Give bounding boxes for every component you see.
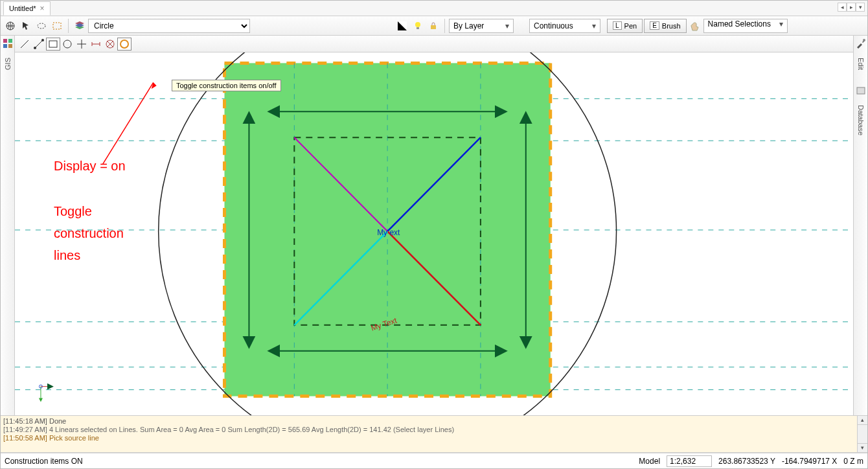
- log-line: [11:50:58 AM] Pick source line: [3, 434, 865, 442]
- svg-rect-8: [3, 44, 7, 48]
- svg-rect-2: [53, 23, 61, 29]
- annotation-text: Display = on: [54, 159, 126, 174]
- svg-rect-51: [857, 87, 865, 94]
- svg-rect-7: [8, 39, 12, 43]
- log-line: [11:45:18 AM] Done: [3, 417, 865, 426]
- tab-nav: ◂ ▸ ▾: [838, 3, 865, 12]
- command-log: [11:45:18 AM] Done [11:49:27 AM] 4 Linea…: [1, 415, 867, 453]
- svg-point-3: [415, 22, 420, 27]
- named-selections-select[interactable]: Named Selections: [703, 19, 788, 33]
- annotation-text: lines: [54, 248, 80, 263]
- svg-rect-5: [431, 25, 436, 29]
- linestyle-select[interactable]: Continuous: [529, 19, 600, 33]
- document-tab[interactable]: Untitled* ×: [3, 1, 51, 16]
- app-window: Untitled* × ◂ ▸ ▾ Circle By Layer Contin…: [0, 0, 868, 469]
- line-node-icon[interactable]: [32, 38, 46, 51]
- color-swatch-1[interactable]: [395, 19, 409, 33]
- close-icon[interactable]: ×: [40, 4, 45, 13]
- tab-next-button[interactable]: ▸: [847, 3, 856, 12]
- center-column: My ext My Text Toggle construction items…: [15, 36, 853, 415]
- log-line: [11:49:27 AM] 4 Linears selected on Line…: [3, 426, 865, 434]
- tab-title: Untitled*: [9, 5, 36, 12]
- gis-label[interactable]: GIS: [4, 58, 12, 70]
- dashed-ellipse-icon[interactable]: [34, 19, 49, 33]
- drawing-canvas[interactable]: My ext My Text Toggle construction items…: [15, 52, 853, 415]
- svg-point-13: [41, 39, 44, 41]
- tab-prev-button[interactable]: ◂: [838, 3, 847, 12]
- coord-z: 0 Z m: [843, 457, 863, 466]
- annotation-text: Toggle: [54, 204, 92, 219]
- brush-button[interactable]: EBrush: [644, 19, 686, 33]
- rectangle-tool-icon[interactable]: [46, 38, 60, 51]
- left-sidebar: GIS: [1, 36, 15, 415]
- separator: [444, 19, 445, 33]
- model-label: Model: [639, 457, 660, 466]
- entity-type-select[interactable]: Circle: [88, 19, 250, 33]
- database-panel-tab[interactable]: Database: [857, 105, 865, 135]
- scale-input[interactable]: [667, 455, 712, 467]
- tools-icon[interactable]: [856, 38, 866, 51]
- scroll-down-icon[interactable]: ▾: [858, 443, 867, 452]
- status-message: Construction items ON: [5, 457, 83, 466]
- coord-y: 263.86733523 Y: [718, 457, 775, 466]
- grid-icon[interactable]: [3, 38, 13, 51]
- circle-tool-icon[interactable]: [60, 38, 74, 51]
- tab-bar: Untitled* × ◂ ▸ ▾: [1, 1, 867, 16]
- tab-menu-button[interactable]: ▾: [856, 3, 865, 12]
- separator: [68, 19, 69, 33]
- svg-point-24: [120, 40, 128, 48]
- tooltip-construction-toggle: Toggle construction items on/off: [172, 80, 281, 91]
- edit-panel-tab[interactable]: Edit: [857, 58, 865, 70]
- svg-point-1: [38, 23, 45, 29]
- svg-rect-4: [417, 27, 419, 29]
- dimension-icon[interactable]: [89, 38, 103, 51]
- coord-x: -164.7949717 X: [782, 457, 837, 466]
- bulb-icon[interactable]: [411, 19, 425, 33]
- pointer-icon[interactable]: [19, 19, 33, 33]
- log-scrollbar[interactable]: ▴ ▾: [857, 416, 867, 452]
- status-bar: Construction items ON Model 263.86733523…: [1, 453, 867, 468]
- database-icon[interactable]: [856, 86, 866, 98]
- lock-icon[interactable]: [426, 19, 440, 33]
- main-toolbar: Circle By Layer Continuous LPen EBrush N…: [1, 16, 867, 36]
- compass-target-icon[interactable]: [103, 38, 117, 51]
- svg-rect-6: [3, 39, 7, 43]
- pen-button[interactable]: LPen: [607, 19, 643, 33]
- svg-line-10: [21, 40, 29, 48]
- toggle-construction-icon[interactable]: [117, 38, 131, 51]
- dashed-rect-icon[interactable]: [50, 19, 64, 33]
- svg-point-12: [34, 47, 36, 49]
- svg-point-15: [63, 40, 71, 48]
- svg-point-50: [863, 39, 865, 41]
- mid-row: GIS: [1, 36, 867, 415]
- draw-toolbar: [15, 36, 853, 52]
- line-tool-icon[interactable]: [17, 38, 32, 51]
- svg-line-49: [103, 82, 154, 164]
- canvas-text-1: My ext: [377, 228, 400, 237]
- layers-icon[interactable]: [73, 19, 87, 33]
- hand-icon[interactable]: [688, 19, 702, 33]
- crosshair-icon[interactable]: [74, 38, 89, 51]
- annotation-text: construction: [54, 226, 124, 241]
- svg-line-11: [35, 40, 43, 48]
- globe-icon[interactable]: [3, 19, 17, 33]
- layer-style-select[interactable]: By Layer: [449, 19, 514, 33]
- svg-rect-9: [8, 44, 12, 48]
- svg-rect-14: [49, 41, 57, 47]
- scroll-up-icon[interactable]: ▴: [858, 416, 867, 425]
- right-sidebar: Edit Database: [853, 36, 867, 415]
- canvas-svg: My ext My Text: [15, 52, 853, 415]
